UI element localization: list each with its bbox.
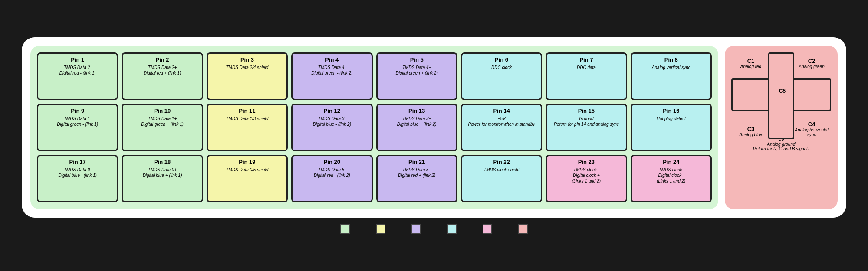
pin-14-title: Pin 14 — [493, 108, 510, 114]
pin-20-desc: TMDS Data 5-Digital red - (link 2) — [314, 167, 350, 178]
pin-13-title: Pin 13 — [408, 108, 425, 114]
pin-21-cell: Pin 21 TMDS Data 5+Digital red + (link 2… — [376, 155, 457, 202]
pin-12-title: Pin 12 — [324, 108, 340, 114]
legend-pink — [483, 224, 492, 234]
pin-14-cell: Pin 14 +5VPower for monitor when in stan… — [461, 104, 542, 151]
main-container: Pin 1 TMDS Data 2-Digital red - (link 1)… — [22, 37, 846, 218]
pin-22-cell: Pin 22 TMDS clock shield — [461, 155, 542, 202]
pins-section: Pin 1 TMDS Data 2-Digital red - (link 1)… — [30, 46, 718, 209]
pin-22-title: Pin 22 — [493, 159, 510, 165]
pin-12-desc: TMDS Data 3-Digital blue - (link 2) — [313, 116, 351, 127]
pin-17-title: Pin 17 — [69, 159, 86, 165]
pin-23-title: Pin 23 — [578, 159, 595, 165]
c2-label: C2 Analog green — [794, 58, 829, 69]
pin-13-desc: TMDS Data 3+Digital blue + (link 2) — [397, 116, 437, 127]
legend-analog-box — [518, 224, 528, 234]
c5-title: C5 — [773, 88, 792, 94]
pin-6-cell: Pin 6 DDC clock — [461, 52, 542, 100]
pin-3-cell: Pin 3 TMDS Data 2/4 shield — [207, 52, 288, 100]
pin-18-desc: TMDS Data 0+Digital blue + (link 1) — [143, 167, 182, 178]
pin-22-desc: TMDS clock shield — [483, 167, 519, 173]
pin-23-cell: Pin 23 TMDS clock+Digital clock +(Links … — [546, 155, 627, 202]
legend-yellow-box — [376, 224, 385, 234]
pin-11-title: Pin 11 — [239, 108, 255, 114]
pin-16-desc: Hot plug detect — [657, 116, 686, 121]
pin-19-desc: TMDS Data 0/5 shield — [226, 167, 269, 173]
pin-11-cell: Pin 11 TMDS Data 1/3 shield — [207, 104, 288, 151]
analog-section: C1 Analog red C2 Analog green C3 Analog … — [725, 46, 838, 209]
pin-5-cell: Pin 5 TMDS Data 4+Digital green + (link … — [376, 52, 457, 100]
pin-15-cell: Pin 15 GroundReturn for pin 14 and analo… — [546, 104, 627, 151]
pin-4-desc: TMDS Data 4-Digital green - (link 2) — [311, 65, 352, 76]
pin-1-cell: Pin 1 TMDS Data 2-Digital red - (link 1) — [37, 52, 118, 100]
c1-label: C1 Analog red — [733, 58, 768, 69]
pin-9-desc: TMDS Data 1-Digital green - (link 1) — [57, 116, 98, 127]
c3-label: C3 Analog blue — [733, 126, 768, 137]
legend-green — [340, 224, 350, 234]
pin-9-cell: Pin 9 TMDS Data 1-Digital green - (link … — [37, 104, 118, 151]
pin-1-title: Pin 1 — [71, 56, 84, 63]
pins-grid: Pin 1 TMDS Data 2-Digital red - (link 1)… — [37, 52, 712, 202]
legend-analog — [518, 224, 528, 234]
pin-7-title: Pin 7 — [579, 56, 593, 63]
pin-10-cell: Pin 10 TMDS Data 1+Digital green + (link… — [122, 104, 203, 151]
pin-4-title: Pin 4 — [325, 56, 339, 63]
c1-desc: Analog red — [733, 64, 768, 69]
pin-17-desc: TMDS Data 0-Digital blue - (link 1) — [59, 167, 97, 178]
pin-21-title: Pin 21 — [408, 159, 425, 165]
c3-title: C3 — [733, 126, 768, 132]
pin-23-desc: TMDS clock+Digital clock +(Links 1 and 2… — [572, 167, 601, 184]
legend-cyan-box — [447, 224, 457, 234]
legend-cyan — [447, 224, 457, 234]
pin-8-title: Pin 8 — [664, 56, 678, 63]
c1-title: C1 — [733, 58, 768, 64]
c4-label: C4 Analog horizontal sync — [794, 121, 829, 137]
pin-4-cell: Pin 4 TMDS Data 4-Digital green - (link … — [291, 52, 372, 100]
pin-10-desc: TMDS Data 1+Digital green + (link 1) — [141, 116, 184, 127]
pin-16-title: Pin 16 — [663, 108, 679, 114]
pin-20-cell: Pin 20 TMDS Data 5-Digital red - (link 2… — [291, 155, 372, 202]
pin-3-title: Pin 3 — [240, 56, 254, 63]
pin-10-title: Pin 10 — [154, 108, 171, 114]
legend-green-box — [340, 224, 350, 234]
pin-15-desc: GroundReturn for pin 14 and analog sync — [554, 116, 619, 127]
analog-connector-diagram: C1 Analog red C2 Analog green C3 Analog … — [731, 52, 831, 139]
c3-desc: Analog blue — [733, 132, 768, 137]
pin-21-desc: TMDS Data 5+Digital red + (link 2) — [398, 167, 435, 178]
pin-2-desc: TMDS Data 2+Digital red + (link 1) — [144, 65, 181, 76]
legend-purple-box — [411, 224, 421, 234]
pin-19-cell: Pin 19 TMDS Data 0/5 shield — [207, 155, 288, 202]
c2-title: C2 — [794, 58, 829, 64]
pin-9-title: Pin 9 — [71, 108, 84, 114]
c5-label: C5 — [773, 88, 792, 94]
pin-5-desc: TMDS Data 4+Digital green + (link 2) — [395, 65, 438, 76]
pin-19-title: Pin 19 — [239, 159, 255, 165]
cross-vertical — [768, 52, 794, 139]
pin-24-desc: TMDS clock-Digital clock -(Links 1 and 2… — [657, 167, 685, 184]
legend-pink-box — [483, 224, 492, 234]
pin-2-cell: Pin 2 TMDS Data 2+Digital red + (link 1) — [122, 52, 203, 100]
legend-yellow — [376, 224, 385, 234]
pin-16-cell: Pin 16 Hot plug detect — [631, 104, 712, 151]
pin-12-cell: Pin 12 TMDS Data 3-Digital blue - (link … — [291, 104, 372, 151]
legend-purple — [411, 224, 421, 234]
pin-18-cell: Pin 18 TMDS Data 0+Digital blue + (link … — [122, 155, 203, 202]
pin-3-desc: TMDS Data 2/4 shield — [226, 65, 269, 70]
pin-8-cell: Pin 8 Analog vertical sync — [631, 52, 712, 100]
pin-5-title: Pin 5 — [410, 56, 424, 63]
pin-11-desc: TMDS Data 1/3 shield — [226, 116, 269, 121]
pin-13-cell: Pin 13 TMDS Data 3+Digital blue + (link … — [376, 104, 457, 151]
pin-24-cell: Pin 24 TMDS clock-Digital clock -(Links … — [631, 155, 712, 202]
pin-7-cell: Pin 7 DDC data — [546, 52, 627, 100]
pin-15-title: Pin 15 — [578, 108, 595, 114]
pin-18-title: Pin 18 — [154, 159, 171, 165]
c4-title: C4 — [794, 121, 829, 127]
pin-2-title: Pin 2 — [156, 56, 169, 63]
pin-1-desc: TMDS Data 2-Digital red - (link 1) — [59, 65, 96, 76]
pin-17-cell: Pin 17 TMDS Data 0-Digital blue - (link … — [37, 155, 118, 202]
pin-6-title: Pin 6 — [495, 56, 508, 63]
pin-7-desc: DDC data — [577, 65, 596, 70]
pin-14-desc: +5VPower for monitor when in standby — [468, 116, 535, 127]
pin-8-desc: Analog vertical sync — [652, 65, 690, 70]
pin-20-title: Pin 20 — [324, 159, 340, 165]
